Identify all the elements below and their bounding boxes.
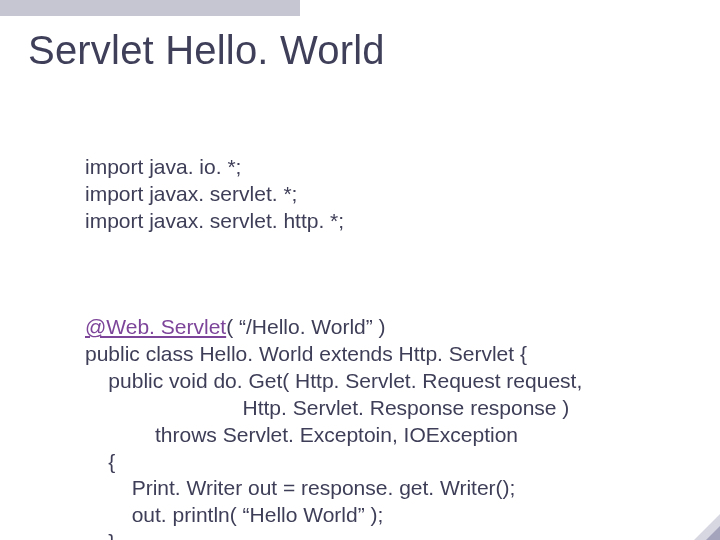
code-line: public class Hello. World extends Http. … — [85, 342, 527, 365]
annotation: @Web. Servlet — [85, 315, 226, 338]
slide: Servlet Hello. World import java. io. *;… — [0, 0, 720, 540]
slide-title: Servlet Hello. World — [28, 28, 385, 73]
code-line: out. println( “Hello World” ); — [85, 503, 383, 526]
code-line: throws Servlet. Exceptoin, IOException — [85, 423, 518, 446]
corner-fold-icon — [694, 514, 720, 540]
code-line: Print. Writer out = response. get. Write… — [85, 476, 515, 499]
import-line: import javax. servlet. http. *; — [85, 209, 344, 232]
import-line: import javax. servlet. *; — [85, 182, 297, 205]
code-line: Http. Servlet. Response response ) — [85, 396, 569, 419]
code-line: public void do. Get( Http. Servlet. Requ… — [85, 369, 582, 392]
code-line: { — [85, 450, 115, 473]
code-block: @Web. Servlet( “/Hello. World” ) public … — [85, 314, 690, 540]
top-accent-bar — [0, 0, 300, 16]
code-line: } — [85, 530, 115, 540]
imports-block: import java. io. *; import javax. servle… — [85, 154, 690, 235]
code-line: ( “/Hello. World” ) — [226, 315, 385, 338]
import-line: import java. io. *; — [85, 155, 241, 178]
slide-body: import java. io. *; import javax. servle… — [85, 100, 690, 540]
